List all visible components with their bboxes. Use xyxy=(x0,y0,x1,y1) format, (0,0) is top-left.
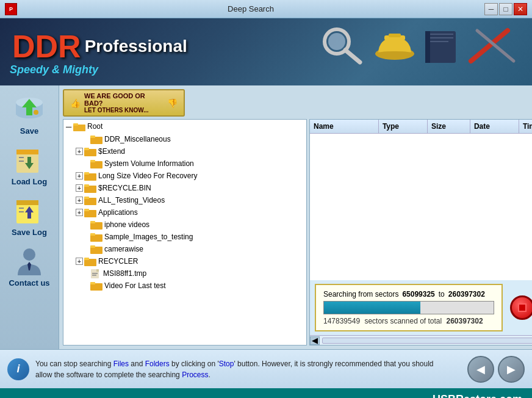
stop-button[interactable] xyxy=(510,295,532,320)
tree-item-label: Applications xyxy=(98,208,138,217)
svg-rect-21 xyxy=(19,161,24,162)
tools-icon xyxy=(465,24,520,67)
tree-item[interactable]: MSI88ff1.tmp xyxy=(63,267,306,280)
folder-icon xyxy=(84,147,96,156)
folder-icon xyxy=(90,159,102,168)
svg-rect-39 xyxy=(84,184,89,187)
expand-icon[interactable]: + xyxy=(76,197,83,204)
folder-icon xyxy=(90,134,102,144)
tree-item-label: Sample_Images_to_testing xyxy=(104,233,193,241)
expand-icon[interactable]: + xyxy=(76,209,83,216)
search-progress-area: Searching from sectors 65099325 to 26039… xyxy=(310,280,532,335)
folder-icon xyxy=(90,244,102,254)
col-size: Size xyxy=(428,120,470,133)
folder-icon xyxy=(90,281,102,291)
prev-button[interactable]: ◀ xyxy=(467,356,494,383)
tree-item-label: MSI88ff1.tmp xyxy=(103,269,146,278)
app-header: DDRProfessional Speedy & Mighty xyxy=(0,18,532,85)
scrollbar-track[interactable] xyxy=(322,338,532,344)
save-log-label: Save Log xyxy=(12,228,47,237)
tree-item[interactable]: + RECYCLER xyxy=(63,255,306,267)
svg-line-13 xyxy=(477,31,514,61)
save-log-icon xyxy=(11,195,48,226)
svg-rect-51 xyxy=(84,258,89,260)
close-btn[interactable]: ✕ xyxy=(514,3,527,15)
expand-icon[interactable]: + xyxy=(76,258,83,265)
stop-icon xyxy=(518,303,527,312)
col-time: Time xyxy=(519,120,532,133)
file-scrollbar[interactable]: ◀ ▶ xyxy=(310,335,532,345)
folder-icon xyxy=(84,208,96,217)
folder-icon xyxy=(90,232,102,242)
tree-item[interactable]: + ALL_Testing_Videos xyxy=(63,194,306,206)
svg-rect-24 xyxy=(19,208,24,209)
tree-item[interactable]: + $RECYCLE.BIN xyxy=(63,182,306,194)
svg-rect-8 xyxy=(425,31,430,63)
tree-item[interactable]: camerawise xyxy=(63,243,306,255)
load-log-button[interactable]: Load Log xyxy=(2,141,56,189)
tree-item-label: $Extend xyxy=(98,147,125,156)
expand-icon[interactable]: + xyxy=(76,184,83,192)
folder-icon xyxy=(84,195,96,205)
tree-item-label: camerawise xyxy=(104,245,143,253)
root-folder-open-icon xyxy=(73,121,85,131)
svg-rect-57 xyxy=(90,282,95,284)
minimize-btn[interactable]: ─ xyxy=(484,3,498,15)
tree-item-label: $RECYCLE.BIN xyxy=(98,184,151,192)
svg-rect-54 xyxy=(92,273,98,274)
contact-button[interactable]: Contact us xyxy=(2,242,56,291)
tree-item-label: Video For Last test xyxy=(104,281,166,290)
tree-item-label: DDR_Miscellaneous xyxy=(104,135,171,143)
navigation-buttons: ◀ ▶ xyxy=(467,356,525,383)
tree-item[interactable]: + $Extend xyxy=(63,145,306,157)
file-tree: ─ Root DDR_Miscellaneous xyxy=(63,119,307,346)
tree-item[interactable]: + Long Size Video For Recovery xyxy=(63,170,306,182)
feedback-bar[interactable]: 👍 WE ARE GOOD OR BAD? LET OTHERS KNOW...… xyxy=(63,89,185,117)
tagline: Speedy & Mighty xyxy=(10,63,187,76)
tree-item-label: iphone videos xyxy=(104,220,149,229)
tree-item[interactable]: Video For Last test xyxy=(63,280,306,292)
folder-icon xyxy=(84,171,96,181)
info-icon: i xyxy=(7,358,29,380)
from-sector: 65099325 xyxy=(402,290,434,298)
app-logo: DDRProfessional Speedy & Mighty xyxy=(10,27,187,76)
maximize-btn[interactable]: □ xyxy=(499,3,512,15)
expand-icon[interactable]: + xyxy=(76,172,83,179)
tree-item[interactable]: + Applications xyxy=(63,206,306,219)
window-controls: ─ □ ✕ xyxy=(484,3,527,15)
progress-bar-container xyxy=(323,301,494,314)
tree-item[interactable]: iphone videos xyxy=(63,219,306,231)
save-button[interactable]: Save xyxy=(2,90,56,139)
scroll-left-btn[interactable]: ◀ xyxy=(310,336,320,345)
to-label: to xyxy=(439,290,445,298)
svg-point-1 xyxy=(328,33,345,50)
tree-root[interactable]: ─ Root xyxy=(63,120,306,133)
svg-rect-49 xyxy=(90,245,95,248)
svg-rect-37 xyxy=(84,172,89,175)
save-log-button[interactable]: Save Log xyxy=(2,192,56,240)
content-area: 👍 WE ARE GOOD OR BAD? LET OTHERS KNOW...… xyxy=(59,85,532,349)
svg-rect-29 xyxy=(73,125,85,131)
load-log-label: Load Log xyxy=(12,177,48,186)
svg-rect-43 xyxy=(84,209,89,211)
hardhat-icon xyxy=(373,26,416,66)
window-title: Deep Search xyxy=(17,4,484,13)
svg-rect-47 xyxy=(90,233,95,236)
save-icon xyxy=(11,93,48,125)
svg-line-2 xyxy=(345,50,360,62)
main-area: Save Load Log xyxy=(0,85,532,349)
to-sector: 260397302 xyxy=(448,290,485,298)
expand-icon[interactable]: + xyxy=(76,148,83,155)
svg-rect-33 xyxy=(84,148,89,150)
titlebar: P Deep Search ─ □ ✕ xyxy=(0,0,532,18)
tree-item[interactable]: DDR_Miscellaneous xyxy=(63,133,306,145)
feedback-sub-text: LET OTHERS KNOW... xyxy=(84,107,164,114)
next-button[interactable]: ▶ xyxy=(498,356,525,383)
tree-item-label: System Volume Information xyxy=(104,159,194,168)
ddr-logo-text: DDRProfessional xyxy=(10,27,187,62)
header-decorations xyxy=(318,24,520,67)
tree-item[interactable]: Sample_Images_to_testing xyxy=(63,231,306,243)
split-pane: ─ Root DDR_Miscellaneous xyxy=(63,119,532,346)
tree-item[interactable]: System Volume Information xyxy=(63,157,306,170)
svg-rect-20 xyxy=(19,157,24,158)
